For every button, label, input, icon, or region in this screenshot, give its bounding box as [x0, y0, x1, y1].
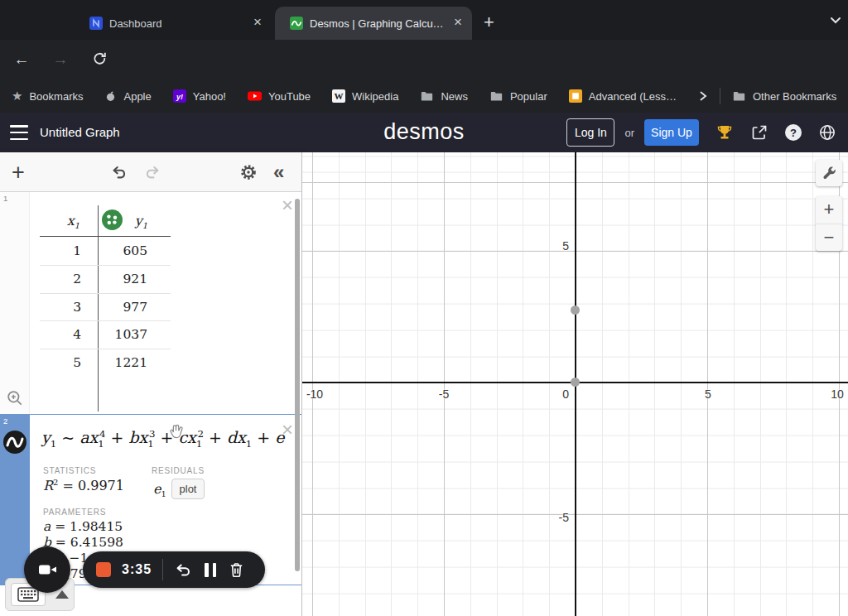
- x-tick-label: -10: [303, 387, 326, 401]
- or-label: or: [624, 127, 634, 139]
- bookmark-wikipedia[interactable]: W Wikipedia: [332, 89, 398, 103]
- reload-icon[interactable]: [89, 49, 111, 70]
- table-cell-y[interactable]: 921: [99, 272, 147, 286]
- row-index: 2: [3, 416, 7, 426]
- add-expression-icon[interactable]: +: [12, 161, 25, 183]
- tab-desmos[interactable]: Desmos | Graphing Calculator ×: [275, 7, 472, 40]
- yahoo-icon: y!: [173, 89, 186, 103]
- table-cell-y[interactable]: 1221: [99, 355, 147, 370]
- graph-settings-wrench-button[interactable]: [816, 160, 842, 186]
- dashboard-favicon: [89, 17, 103, 30]
- table-cell-y[interactable]: 977: [99, 300, 147, 315]
- regression-formula[interactable]: y1 ~ ax14 + bx13 + cx12 + dx1 + e: [41, 428, 285, 450]
- graph-settings-gear-icon[interactable]: [238, 162, 258, 182]
- keyboard-open-arrow-icon[interactable]: [55, 590, 69, 599]
- bookmark-news-folder[interactable]: News: [420, 89, 468, 103]
- zoom-controls: + −: [816, 196, 842, 251]
- undo-icon[interactable]: [109, 163, 129, 181]
- language-globe-icon[interactable]: [818, 123, 836, 142]
- browser-toolbar: ← → desmos.com/calculator ☆ J Error ⋮: [0, 40, 848, 79]
- residuals-label: RESIDUALS: [152, 466, 205, 475]
- stop-recording-button[interactable]: [96, 562, 111, 577]
- apple-icon: [104, 89, 117, 103]
- tab-dashboard[interactable]: Dashboard ×: [65, 7, 273, 40]
- bookmark-apple[interactable]: Apple: [104, 89, 151, 103]
- recording-controls: 3:35: [83, 551, 265, 588]
- forward-icon[interactable]: →: [50, 49, 71, 70]
- recorder-divider: [162, 559, 163, 580]
- advanced-icon: [569, 89, 582, 103]
- zoom-fit-icon[interactable]: [6, 389, 24, 407]
- bookmark-other-bookmarks[interactable]: Other Bookmarks: [732, 89, 836, 103]
- table-col-header-x1[interactable]: x1: [40, 213, 80, 230]
- zoom-out-button[interactable]: −: [816, 224, 842, 251]
- signup-button[interactable]: Sign Up: [644, 119, 699, 146]
- bookmark-yahoo[interactable]: y! Yahoo!: [173, 89, 226, 103]
- bookmark-bookmarks[interactable]: ★ Bookmarks: [12, 89, 83, 103]
- close-row-icon[interactable]: ×: [278, 195, 296, 215]
- folder-icon: [732, 89, 746, 103]
- regression-icon[interactable]: [2, 430, 27, 455]
- trophy-icon[interactable]: [716, 123, 734, 142]
- bookmark-label: YouTube: [268, 90, 311, 103]
- recorder-undo-icon[interactable]: [173, 561, 193, 579]
- graph-title[interactable]: Untitled Graph: [40, 125, 120, 139]
- graph-paper[interactable]: -10 -5 5 10 5 -5 0 + −: [302, 152, 848, 616]
- bookmark-label: Wikipedia: [352, 90, 398, 103]
- bookmark-label: News: [441, 90, 468, 103]
- table-cell-x[interactable]: 2: [40, 272, 81, 286]
- bookmark-youtube[interactable]: YouTube: [248, 89, 311, 103]
- plot-button[interactable]: plot: [171, 479, 205, 499]
- bookmark-label: Other Bookmarks: [753, 90, 836, 103]
- expression-row-table[interactable]: 1 × x1 y1 1 605 2 921 3 977 4 1037: [0, 192, 301, 414]
- bookmarks-divider: [720, 88, 720, 104]
- desmos-logo: desmos: [383, 119, 465, 145]
- back-icon[interactable]: ←: [11, 49, 32, 70]
- main-menu-icon[interactable]: [10, 125, 28, 140]
- bookmark-label: Popular: [510, 90, 547, 103]
- screen: Dashboard × Desmos | Graphing Calculator…: [0, 0, 848, 616]
- table-cell-x[interactable]: 5: [40, 355, 81, 370]
- tab-search-chevron-icon[interactable]: [830, 17, 841, 25]
- tab-title: Desmos | Graphing Calculator: [310, 17, 444, 30]
- pause-recording-icon[interactable]: [205, 563, 216, 577]
- recording-time: 3:35: [122, 562, 152, 577]
- bookmark-advanced[interactable]: Advanced (Less…: [569, 89, 677, 103]
- y-tick-label: -5: [542, 511, 569, 524]
- residuals-variable: e1: [153, 481, 166, 498]
- panel-scrollbar[interactable]: [295, 199, 300, 571]
- tab-title: Dashboard: [109, 17, 243, 30]
- graph-point[interactable]: [571, 306, 580, 315]
- new-tab-button[interactable]: +: [484, 13, 494, 31]
- hand-cursor: [167, 421, 186, 441]
- table-col-header-y1[interactable]: y1: [108, 213, 147, 230]
- origin-label: 0: [556, 387, 569, 401]
- tab-close-icon[interactable]: ×: [250, 16, 265, 31]
- table-cell-y[interactable]: 1037: [99, 327, 147, 342]
- table-cell-x[interactable]: 3: [40, 300, 81, 315]
- table-cell-x[interactable]: 1: [40, 243, 81, 258]
- tab-strip: Dashboard × Desmos | Graphing Calculator…: [0, 0, 848, 40]
- y-tick-label: 5: [547, 239, 569, 253]
- x-tick-label: 5: [696, 387, 720, 401]
- table-cell-y[interactable]: 605: [99, 243, 147, 258]
- redo-icon[interactable]: [142, 163, 162, 181]
- zoom-in-button[interactable]: +: [816, 196, 842, 224]
- camera-button[interactable]: [24, 546, 70, 593]
- bookmark-popular-folder[interactable]: Popular: [489, 89, 547, 103]
- login-button[interactable]: Log In: [566, 118, 614, 147]
- bookmarks-overflow-chevron-icon[interactable]: [698, 90, 708, 102]
- tab-close-icon[interactable]: ×: [450, 16, 465, 31]
- help-icon[interactable]: ?: [785, 124, 802, 141]
- parameters-label: PARAMETERS: [43, 508, 106, 517]
- table-cell-x[interactable]: 4: [40, 327, 81, 342]
- delete-recording-trash-icon[interactable]: [228, 561, 245, 579]
- bookmark-label: Apple: [123, 90, 151, 103]
- video-camera-icon: [36, 559, 59, 580]
- collapse-panel-icon[interactable]: «: [273, 161, 284, 183]
- desmos-favicon: [290, 17, 303, 30]
- row-gutter[interactable]: 1: [0, 192, 30, 414]
- folder-icon: [420, 89, 434, 103]
- graph-point[interactable]: [571, 378, 580, 387]
- share-graph-icon[interactable]: [750, 123, 768, 142]
